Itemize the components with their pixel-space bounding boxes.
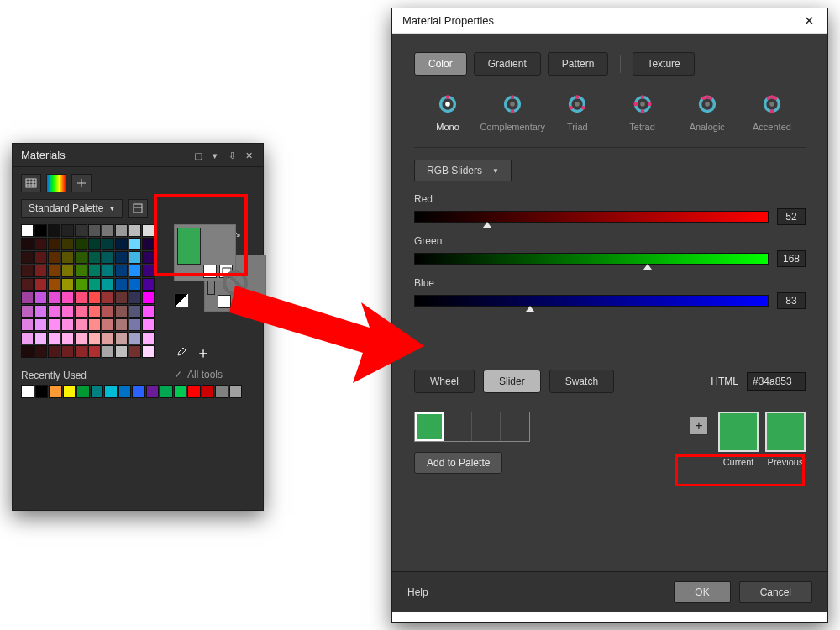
palette-cell[interactable] (21, 265, 34, 277)
palette-cell[interactable] (21, 251, 34, 264)
recent-cell[interactable] (63, 385, 76, 398)
palette-cell[interactable] (75, 238, 87, 250)
palette-cell[interactable] (88, 238, 101, 250)
grid-view-button[interactable] (21, 174, 41, 192)
palette-cell[interactable] (129, 251, 141, 264)
previous-color-swatch[interactable] (765, 412, 806, 452)
palette-cell[interactable] (21, 278, 34, 291)
palette-cell[interactable] (61, 224, 74, 237)
recent-cell[interactable] (118, 385, 132, 398)
slider-button[interactable]: Slider (483, 370, 541, 393)
palette-cell[interactable] (61, 278, 74, 291)
palette-cell[interactable] (48, 265, 60, 277)
green-slider[interactable] (414, 253, 769, 265)
palette-cell[interactable] (21, 238, 34, 250)
default-colors-icon[interactable] (174, 293, 189, 308)
palette-cell[interactable] (142, 251, 155, 264)
palette-cell[interactable] (34, 305, 47, 318)
palette-cell[interactable] (88, 332, 101, 344)
palette-cell[interactable] (34, 291, 47, 304)
wheel-button[interactable]: Wheel (414, 370, 475, 393)
palette-cell[interactable] (142, 345, 155, 358)
palette-grid[interactable] (21, 224, 164, 358)
palette-more-button[interactable] (128, 199, 148, 218)
palette-cell[interactable] (102, 318, 114, 331)
eyedropper-icon[interactable] (174, 347, 187, 360)
palette-cell[interactable] (142, 291, 155, 304)
palette-cell[interactable] (115, 318, 128, 331)
palette-cell[interactable] (102, 238, 114, 250)
palette-cell[interactable] (61, 345, 74, 358)
tab-pattern[interactable]: Pattern (548, 52, 609, 76)
palette-cell[interactable] (102, 265, 114, 277)
close-icon[interactable]: ✕ (801, 13, 817, 29)
palette-cell[interactable] (129, 291, 141, 304)
maximize-icon[interactable]: ▢ (192, 150, 204, 161)
palette-cell[interactable] (61, 332, 74, 344)
palette-cell[interactable] (115, 345, 128, 358)
green-value[interactable]: 168 (777, 250, 806, 267)
pin-icon[interactable]: ⇩ (226, 150, 238, 161)
palette-cell[interactable] (61, 265, 74, 277)
blue-value[interactable]: 83 (777, 292, 806, 309)
custom-palette-slots[interactable] (414, 412, 530, 442)
palette-cell[interactable] (48, 278, 60, 291)
tab-color[interactable]: Color (414, 52, 467, 76)
palette-cell[interactable] (75, 345, 87, 358)
recent-cell[interactable] (21, 385, 34, 398)
palette-cell[interactable] (61, 305, 74, 318)
close-icon[interactable]: ✕ (243, 150, 255, 161)
palette-cell[interactable] (115, 251, 128, 264)
recent-cell[interactable] (132, 385, 145, 398)
palette-cell[interactable] (88, 278, 101, 291)
materials-titlebar[interactable]: Materials ▢ ▾ ⇩ ✕ (13, 144, 263, 167)
palette-cell[interactable] (34, 332, 47, 344)
palette-cell[interactable] (115, 265, 128, 277)
slider-thumb[interactable] (643, 264, 652, 270)
palette-cell[interactable] (129, 238, 141, 250)
palette-cell[interactable] (75, 291, 87, 304)
palette-cell[interactable] (142, 224, 155, 237)
slider-mode-dropdown[interactable]: RGB Sliders ▼ (414, 160, 512, 181)
palette-cell[interactable] (34, 238, 47, 250)
palette-cell[interactable] (142, 265, 155, 277)
recent-cell[interactable] (104, 385, 118, 398)
add-compare-icon[interactable]: + (690, 417, 708, 435)
palette-cell[interactable] (34, 265, 47, 277)
palette-cell[interactable] (75, 305, 87, 318)
palette-cell[interactable] (21, 224, 34, 237)
palette-cell[interactable] (88, 251, 101, 264)
cancel-button[interactable]: Cancel (739, 581, 812, 603)
palette-cell[interactable] (88, 305, 101, 318)
palette-cell[interactable] (115, 291, 128, 304)
palette-cell[interactable] (102, 224, 114, 237)
dialog-titlebar[interactable]: Material Properties ✕ (392, 8, 827, 34)
recent-cell[interactable] (35, 385, 49, 398)
rainbow-picker-button[interactable] (46, 174, 66, 192)
harmony-accented[interactable]: Accented (742, 92, 802, 132)
palette-cell[interactable] (88, 318, 101, 331)
swatch-button[interactable]: Swatch (549, 370, 614, 393)
all-tools-toggle[interactable]: ✓ All tools (174, 369, 255, 381)
palette-cell[interactable] (142, 305, 155, 318)
palette-slot[interactable] (472, 412, 501, 441)
palette-cell[interactable] (115, 238, 128, 250)
tab-texture[interactable]: Texture (633, 52, 694, 76)
palette-cell[interactable] (129, 265, 141, 277)
palette-cell[interactable] (102, 332, 114, 344)
palette-cell[interactable] (21, 318, 34, 331)
recent-cell[interactable] (49, 385, 62, 398)
slider-thumb[interactable] (483, 222, 491, 228)
palette-cell[interactable] (48, 251, 60, 264)
palette-slot[interactable] (415, 412, 444, 441)
palette-cell[interactable] (129, 332, 141, 344)
palette-cell[interactable] (129, 224, 141, 237)
palette-cell[interactable] (34, 345, 47, 358)
palette-cell[interactable] (34, 278, 47, 291)
palette-cell[interactable] (75, 278, 87, 291)
palette-cell[interactable] (34, 251, 47, 264)
palette-cell[interactable] (88, 224, 101, 237)
material-settings-button[interactable] (71, 174, 92, 192)
palette-cell[interactable] (102, 278, 114, 291)
palette-cell[interactable] (142, 278, 155, 291)
